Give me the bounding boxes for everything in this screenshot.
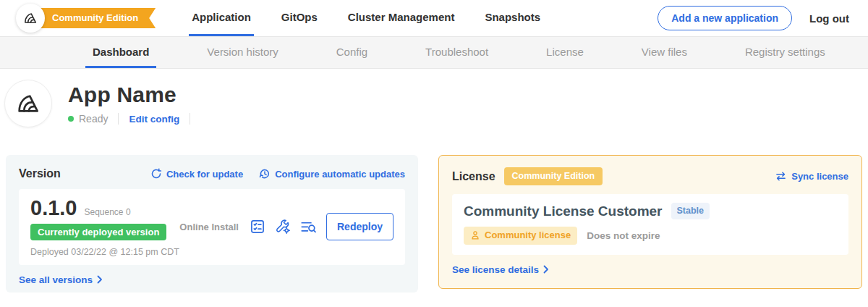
status-row: Ready Edit config <box>68 113 200 125</box>
version-card: Version Check for update Configure au <box>6 155 418 293</box>
view-diff-button[interactable] <box>300 219 317 235</box>
dashboard-cards: Version Check for update Configure au <box>0 155 868 293</box>
community-edition-badge: Community Edition <box>504 167 603 185</box>
see-license-details-link[interactable]: See license details <box>452 264 549 275</box>
tab-application[interactable]: Application <box>189 0 254 36</box>
app-avatar <box>4 80 52 127</box>
version-actions: Online Install <box>179 213 393 240</box>
current-version-panel: 0.1.0 Sequence 0 Currently deployed vers… <box>19 189 405 265</box>
version-number: 0.1.0 <box>30 197 77 220</box>
license-card-title: License <box>452 170 495 183</box>
app-title-block: App Name Ready Edit config <box>68 83 200 125</box>
tab-gitops[interactable]: GitOps <box>278 0 320 36</box>
page-title: App Name <box>68 83 200 107</box>
sync-license-label: Sync license <box>791 171 848 182</box>
install-type-label: Online Install <box>179 222 239 232</box>
version-card-title: Version <box>19 167 61 180</box>
tab-cluster-management[interactable]: Cluster Management <box>345 0 458 36</box>
configure-automatic-updates-link[interactable]: Configure automatic updates <box>259 168 405 180</box>
license-type-row: Community license Does not expire <box>464 227 837 245</box>
version-number-row: 0.1.0 Sequence 0 <box>30 197 179 220</box>
license-card: License Community Edition Sync license C… <box>438 155 862 289</box>
replicated-logo-badge <box>16 4 45 33</box>
subnav-view-files[interactable]: View files <box>634 37 694 68</box>
replicated-logo-icon <box>22 10 38 26</box>
license-card-header: License Community Edition Sync license <box>452 167 848 185</box>
community-license-chip: Community license <box>464 227 577 245</box>
app-logo-icon <box>14 90 42 117</box>
edit-config-button[interactable] <box>275 219 291 235</box>
configure-automatic-updates-label: Configure automatic updates <box>275 169 405 180</box>
see-all-versions-label: See all versions <box>19 274 93 285</box>
config-wrench-icon <box>275 219 291 235</box>
logout-button[interactable]: Log out <box>809 12 849 25</box>
channel-badge: Stable <box>671 203 710 219</box>
status-text: Ready <box>79 113 108 125</box>
subnav-dashboard[interactable]: Dashboard <box>85 37 156 68</box>
sync-arrows-icon <box>775 171 787 182</box>
subnav-registry-settings[interactable]: Registry settings <box>738 37 833 68</box>
see-license-details-label: See license details <box>452 264 539 275</box>
community-license-label: Community license <box>485 230 571 242</box>
sub-nav: Dashboard Version history Config Trouble… <box>0 36 868 69</box>
tab-snapshots[interactable]: Snapshots <box>482 0 543 36</box>
edit-config-link[interactable]: Edit config <box>129 114 179 125</box>
version-card-links: Check for update Configure automatic upd… <box>150 168 405 180</box>
check-for-update-label: Check for update <box>166 169 243 180</box>
check-for-update-link[interactable]: Check for update <box>150 168 243 180</box>
divider <box>190 113 190 125</box>
status-dot <box>68 116 74 122</box>
subnav-config[interactable]: Config <box>329 37 375 68</box>
deployed-timestamp: Deployed 03/22/22 @ 12:15 pm CDT <box>30 247 179 257</box>
add-new-application-button[interactable]: Add a new application <box>658 6 792 30</box>
community-edition-ribbon: Community Edition <box>29 8 156 28</box>
sequence-label: Sequence 0 <box>85 207 131 217</box>
preflight-checks-button[interactable] <box>250 219 265 235</box>
customer-row: Community License Customer Stable <box>464 203 837 219</box>
subnav-license[interactable]: License <box>539 37 591 68</box>
app-header: App Name Ready Edit config <box>0 69 868 127</box>
currently-deployed-badge: Currently deployed version <box>30 224 166 240</box>
top-tabs: Application GitOps Cluster Management Sn… <box>189 0 543 36</box>
sync-license-link[interactable]: Sync license <box>775 171 848 182</box>
preflight-checklist-icon <box>250 219 265 235</box>
license-expiry: Does not expire <box>587 230 660 241</box>
diff-search-icon <box>300 219 317 235</box>
version-card-header: Version Check for update Configure au <box>19 167 405 180</box>
chevron-right-icon <box>97 275 103 284</box>
top-nav: Community Edition Application GitOps Clu… <box>0 0 868 36</box>
license-details-panel: Community License Customer Stable Commun… <box>452 194 848 255</box>
brand: Community Edition <box>16 0 156 36</box>
license-card-links: Sync license <box>775 171 848 182</box>
person-icon <box>470 230 480 240</box>
redeploy-button[interactable]: Redeploy <box>326 213 393 240</box>
clock-refresh-icon <box>259 168 271 180</box>
version-info: 0.1.0 Sequence 0 Currently deployed vers… <box>30 197 179 257</box>
subnav-troubleshoot[interactable]: Troubleshoot <box>418 37 495 68</box>
divider <box>118 113 119 125</box>
subnav-version-history[interactable]: Version history <box>200 37 285 68</box>
chevron-right-icon <box>543 265 549 274</box>
see-all-versions-link[interactable]: See all versions <box>19 274 103 285</box>
refresh-icon <box>150 168 162 180</box>
customer-name: Community License Customer <box>464 203 663 219</box>
top-nav-right: Add a new application Log out <box>658 0 849 36</box>
